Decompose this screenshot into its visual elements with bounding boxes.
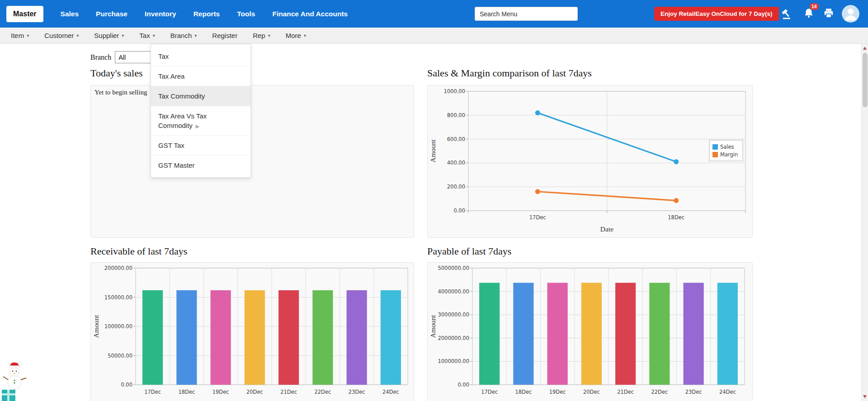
svg-text:21Dec: 21Dec [280, 389, 297, 395]
payable-chart-title: Payable of last 7days [427, 245, 511, 257]
today-sales-panel: Yet to begin selling [90, 85, 414, 238]
tax-menu-item-gst-tax[interactable]: GST Tax [151, 136, 250, 156]
scroll-up-arrow-icon[interactable] [863, 47, 867, 50]
user-avatar[interactable] [842, 5, 859, 23]
svg-text:0.00: 0.00 [121, 382, 132, 388]
subnav-item-label: Item [11, 32, 24, 39]
svg-text:600.00: 600.00 [447, 136, 465, 142]
chevron-down-icon: ▾ [194, 33, 197, 38]
svg-text:17Dec: 17Dec [144, 389, 161, 395]
svg-text:400.00: 400.00 [447, 160, 465, 166]
svg-text:18Dec: 18Dec [178, 389, 195, 395]
branch-select-value: All [118, 54, 126, 61]
subnav-item-rep[interactable]: Rep▾ [253, 32, 270, 39]
subnav-item-item[interactable]: Item▾ [11, 32, 29, 39]
subnav-item-label: More [286, 32, 301, 39]
chevron-down-icon: ▾ [153, 33, 155, 38]
today-sales-title: Today's sales [90, 67, 142, 79]
svg-text:21Dec: 21Dec [617, 389, 634, 395]
svg-text:18Dec: 18Dec [515, 389, 532, 395]
tax-menu-item-tax-commodity[interactable]: Tax Commodity [151, 86, 250, 106]
svg-text:50000.00: 50000.00 [108, 353, 132, 359]
sales-margin-chart-title: Sales & Margin comparison of last 7days [427, 67, 592, 79]
chevron-down-icon: ▾ [122, 33, 124, 38]
svg-text:19Dec: 19Dec [212, 389, 229, 395]
payable-panel: 0.001000000.002000000.003000000.00400000… [427, 262, 753, 401]
subnav-item-label: Supplier [94, 32, 119, 39]
menu-purchase[interactable]: Purchase [96, 10, 127, 18]
svg-text:150000.00: 150000.00 [104, 294, 132, 301]
svg-text:200.00: 200.00 [447, 184, 465, 190]
subnav-item-label: Tax [139, 32, 150, 39]
svg-text:800.00: 800.00 [447, 112, 465, 118]
promo-badge[interactable]: Enjoy RetailEasy OnCloud for 7 Day(s) [654, 7, 779, 21]
subnav-item-supplier[interactable]: Supplier▾ [94, 32, 124, 39]
sales-margin-panel: 0.00200.00400.00600.00800.001000.0017Dec… [427, 85, 753, 238]
tax-menu-item-gst-master[interactable]: GST Master [151, 156, 250, 175]
subnav-item-register[interactable]: Register [212, 32, 237, 39]
printer-icon[interactable] [823, 7, 835, 20]
subnav-item-more[interactable]: More▾ [286, 32, 306, 39]
svg-text:18Dec: 18Dec [668, 214, 684, 221]
scrollbar-thumb[interactable] [863, 53, 868, 107]
menu-item-label: Tax Area Vs Tax Commodity [158, 112, 207, 129]
svg-text:Sales: Sales [720, 144, 734, 150]
subnav-item-label: Customer [44, 32, 74, 39]
scroll-down-arrow-icon[interactable] [863, 395, 867, 398]
svg-text:20Dec: 20Dec [246, 389, 263, 395]
svg-text:1000000.00: 1000000.00 [438, 358, 469, 364]
receivable-chart-title: Receivable of last 7days [90, 245, 187, 257]
svg-text:0.00: 0.00 [453, 208, 465, 214]
search-input[interactable] [475, 7, 578, 21]
svg-text:17Dec: 17Dec [481, 389, 498, 395]
receivable-panel: 0.0050000.00100000.00150000.00200000.001… [90, 262, 414, 401]
tax-menu-item-tax[interactable]: Tax [151, 47, 250, 66]
tax-menu-item-tax-area-vs-commodity[interactable]: Tax Area Vs Tax Commodity▶ [151, 106, 250, 136]
chevron-down-icon: ▾ [27, 33, 29, 38]
svg-text:4000000.00: 4000000.00 [438, 288, 469, 295]
menu-inventory[interactable]: Inventory [145, 10, 176, 18]
svg-text:24Dec: 24Dec [719, 389, 736, 395]
payable-chart: 0.001000000.002000000.003000000.00400000… [430, 265, 750, 401]
subnav-item-tax[interactable]: Tax▾ [139, 32, 155, 39]
bell-icon[interactable]: 14 [803, 7, 816, 20]
svg-text:1000.00: 1000.00 [443, 88, 465, 94]
svg-text:2000000.00: 2000000.00 [438, 335, 469, 341]
svg-text:100000.00: 100000.00 [104, 323, 132, 330]
svg-text:Amount: Amount [93, 315, 100, 338]
topbar: Master Sales Purchase Inventory Reports … [0, 0, 868, 28]
gavel-icon[interactable] [781, 7, 793, 20]
snowman-graphic [2, 360, 31, 401]
today-sales-empty-text: Yet to begin selling [93, 88, 411, 97]
chevron-down-icon: ▾ [76, 33, 79, 38]
app-root: Master Sales Purchase Inventory Reports … [0, 0, 868, 401]
svg-text:Amount: Amount [430, 315, 437, 338]
svg-text:22Dec: 22Dec [651, 389, 668, 395]
notification-count-badge: 14 [810, 3, 819, 10]
svg-text:20Dec: 20Dec [583, 389, 600, 395]
subnav-item-branch[interactable]: Branch▾ [170, 32, 197, 39]
svg-text:Margin: Margin [720, 151, 738, 158]
subnav-item-label: Register [212, 32, 237, 39]
menu-finance-accounts[interactable]: Finance And Accounts [272, 10, 348, 18]
menu-reports[interactable]: Reports [193, 10, 220, 18]
subnav-item-label: Rep [253, 32, 265, 39]
svg-text:23Dec: 23Dec [349, 389, 365, 395]
svg-text:24Dec: 24Dec [382, 389, 399, 395]
svg-text:17Dec: 17Dec [529, 214, 546, 221]
svg-text:5000000.00: 5000000.00 [438, 265, 469, 271]
menu-master[interactable]: Master [6, 6, 43, 22]
receivable-chart: 0.0050000.00100000.00150000.00200000.001… [93, 265, 411, 401]
tax-menu-item-tax-area[interactable]: Tax Area [151, 66, 250, 86]
tax-dropdown-menu: Tax Tax Area Tax Commodity Tax Area Vs T… [151, 44, 251, 178]
menu-sales[interactable]: Sales [61, 10, 79, 18]
svg-text:22Dec: 22Dec [314, 389, 331, 395]
menu-tools[interactable]: Tools [237, 10, 255, 18]
svg-text:Amount: Amount [430, 139, 437, 163]
page-scrollbar[interactable] [861, 44, 868, 401]
svg-text:0.00: 0.00 [458, 382, 469, 388]
subnav-item-customer[interactable]: Customer▾ [44, 32, 79, 39]
svg-text:Date: Date [600, 225, 613, 233]
svg-text:23Dec: 23Dec [685, 389, 702, 395]
chevron-down-icon: ▾ [268, 33, 270, 38]
